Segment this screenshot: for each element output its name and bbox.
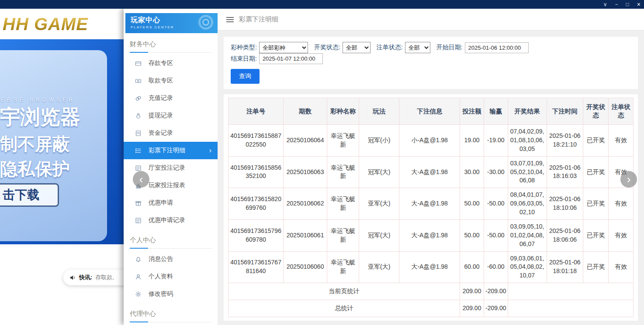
bet-row: 40156917361585635210020250106063幸运飞艇新冠军(…	[229, 156, 634, 188]
hh-game-logo: HH GAME	[3, 14, 88, 34]
bet-cell: 03,07,01,09,05,02,10,04,06,08	[508, 156, 547, 188]
summary-winloss-total: -209.00	[484, 283, 508, 300]
bet-row: 40156917361582069976020250106062幸运飞艇新亚军(…	[229, 188, 634, 220]
carousel-next-icon[interactable]: ›	[620, 171, 637, 188]
news-ticker: 快讯: 存取款,	[63, 270, 124, 285]
draw-status-select[interactable]: 全部	[343, 42, 370, 53]
list-icon	[135, 147, 142, 154]
bet-cell: 401569173615887022550	[229, 125, 284, 157]
column-header: 彩种名称	[327, 98, 359, 125]
sidebar-item-label: 彩票下注明细	[149, 147, 185, 154]
bet-cell: 09,03,06,01,05,04,08,02,10,07	[508, 251, 547, 283]
bet-cell: 401569173615767811640	[229, 251, 284, 283]
sidebar-item-label: 厅室投注记录	[149, 164, 185, 172]
bet-cell: 已开奖	[583, 188, 608, 220]
sidebar-section-personal: 个人中心	[130, 236, 211, 249]
table-header-row: 注单号期数彩种名称玩法下注信息投注额输赢开奖结果下注时间开奖状态注单状态	[229, 98, 634, 125]
background-page: HH GAME ERSE BROWSER 宇浏览器 制不屏蔽 隐私保护 击下载 …	[0, 9, 124, 325]
bet-cell: -60.00	[484, 251, 508, 283]
sidebar-item-label: 资金记录	[149, 129, 173, 137]
column-header: 玩法	[359, 98, 399, 125]
sidebar-item-deposit[interactable]: 存款专区	[124, 55, 218, 72]
bet-cell: 401569173615796609780	[229, 219, 284, 251]
bet-cell: 2025-01-06 18:16:03	[547, 156, 583, 188]
gift-icon	[135, 200, 142, 206]
bet-cell: 401569173615820699760	[229, 188, 284, 220]
download-button[interactable]: 击下载	[0, 183, 59, 207]
bet-cell: 有效	[609, 125, 634, 157]
sidebar-item-funds-records[interactable]: 资金记录	[124, 124, 218, 142]
bet-cell: -30.00	[484, 156, 508, 188]
menu-icon[interactable]	[226, 17, 234, 22]
summary-bet-total: 209.00	[460, 283, 484, 300]
sidebar-item-promo-apply-records[interactable]: 优惠申请记录	[124, 212, 218, 229]
sidebar-item-cashout-records[interactable]: 提现记录	[124, 107, 218, 124]
bet-cell: 幸运飞艇新	[327, 219, 359, 251]
sidebar-item-messages[interactable]: 消息公告	[124, 250, 218, 268]
bet-cell: 冠军(小)	[359, 125, 399, 157]
bet-status-select[interactable]: 全部	[405, 42, 430, 53]
lottery-type-select[interactable]: 全部彩种	[259, 42, 308, 53]
user-icon	[135, 274, 142, 280]
window-close-icon[interactable]: ×	[637, 0, 641, 9]
window-minimize-icon[interactable]: −	[615, 0, 618, 9]
banner-headline-1: 宇浏览器	[0, 104, 80, 131]
sidebar-item-change-password[interactable]: 修改密码	[124, 285, 218, 303]
summary-bet-total: 209.00	[460, 300, 484, 317]
bet-cell: 20250106061	[284, 219, 327, 251]
summary-label: 总统计	[229, 300, 460, 317]
column-header: 开奖结果	[508, 98, 547, 125]
bet-cell: 冠军(大)	[359, 219, 399, 251]
sidebar-item-promo-apply[interactable]: 优惠申请	[124, 194, 218, 212]
page-title: 彩票下注明细	[239, 15, 278, 24]
window-chevron-icon[interactable]: ∨	[603, 0, 607, 9]
ledger-icon	[135, 130, 142, 137]
summary-row: 当前页统计209.00-209.00	[229, 283, 634, 300]
cash-icon	[135, 78, 142, 84]
sidebar-item-lottery-bet-details[interactable]: 彩票下注明细›	[124, 142, 218, 159]
sidebar-section-finance: 财务中心	[130, 40, 211, 53]
sidebar-item-profile[interactable]: 个人资料	[124, 268, 218, 285]
column-header: 注单状态	[609, 98, 634, 125]
sidebar-item-recharge-records[interactable]: 充值记录	[124, 89, 218, 107]
sidebar-item-label: 修改密码	[149, 290, 173, 298]
bet-cell: 2025-01-06 18:06:06	[547, 219, 583, 251]
sidebar-item-label: 优惠申请	[149, 199, 173, 207]
ticker-text: 存取款,	[95, 274, 114, 281]
screen: ∨ − □ × HH GAME ERSE BROWSER 宇浏览器 制不屏蔽 隐…	[0, 0, 644, 325]
chevron-right-icon: ›	[209, 147, 211, 154]
content: 彩种类型: 全部彩种 开奖状态: 全部 注单状态:	[218, 31, 644, 325]
site-header: HH GAME	[0, 9, 124, 39]
bet-row: 40156917361579660978020250106061幸运飞艇新冠军(…	[229, 219, 634, 251]
promo-banner: ERSE BROWSER 宇浏览器 制不屏蔽 隐私保护 击下载	[0, 39, 124, 244]
speaker-icon	[69, 274, 76, 281]
sidebar-item-label: 个人资料	[149, 273, 173, 281]
bets-table: 注单号期数彩种名称玩法下注信息投注额输赢开奖结果下注时间开奖状态注单状态 401…	[228, 98, 634, 317]
carousel-prev-icon[interactable]: ‹	[133, 171, 149, 188]
bag-icon	[135, 113, 142, 119]
sidebar: 玩家中心 PLAYERS CENTER 财务中心存款专区取款专区充值记录提现记录…	[124, 9, 218, 325]
ticker-label: 快讯:	[79, 274, 92, 281]
start-date-input[interactable]	[465, 42, 529, 53]
bet-cell: 20250106064	[284, 125, 327, 157]
sidebar-item-label: 优惠申请记录	[149, 216, 185, 224]
bet-cell: 有效	[609, 251, 634, 283]
sidebar-item-withdraw[interactable]: 取款专区	[124, 72, 218, 89]
globe-decoration-icon	[196, 15, 213, 32]
banner-headline-3: 隐私保护	[0, 157, 70, 181]
bet-cell: 大-A盘@1.98	[399, 156, 460, 188]
query-button[interactable]: 查询	[231, 69, 260, 84]
bet-cell: 30.00	[460, 156, 484, 188]
bet-cell: 2025-01-06 18:10:06	[547, 188, 583, 220]
main-area: 彩票下注明细 彩种类型: 全部彩种 开奖状态:	[218, 9, 644, 325]
bet-cell: 幸运飞艇新	[327, 156, 359, 188]
bet-cell: 亚军(大)	[359, 188, 399, 220]
sidebar-item-label: 存款专区	[149, 59, 173, 67]
bet-cell: -19.00	[484, 125, 508, 157]
window-maximize-icon[interactable]: □	[626, 0, 629, 9]
lottery-type-label: 彩种类型:	[231, 44, 257, 51]
end-date-input[interactable]	[259, 53, 323, 64]
start-date-label: 开始日期:	[436, 44, 463, 51]
bet-cell: -50.00	[484, 188, 508, 220]
bet-cell: 20250106062	[284, 188, 327, 220]
